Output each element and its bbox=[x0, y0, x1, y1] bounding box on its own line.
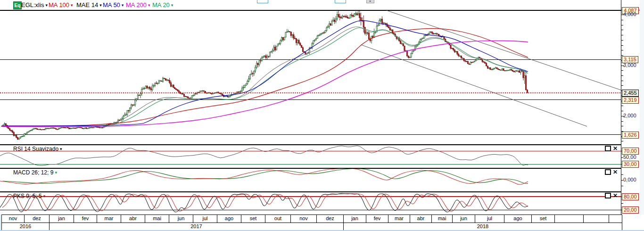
month-cell-set: set bbox=[241, 215, 265, 223]
month-cell-jul: jul bbox=[475, 215, 504, 223]
axis-tick bbox=[621, 203, 623, 204]
maximize-icon[interactable] bbox=[605, 146, 611, 151]
month-cell-abr: abr bbox=[121, 215, 145, 223]
panel-separator bbox=[0, 144, 621, 145]
axis-tick bbox=[621, 174, 623, 175]
year-cell-2016: 2016 bbox=[1, 223, 50, 230]
month-cell-jan: jan bbox=[344, 215, 366, 223]
rsi-indicator-selector[interactable]: RSI 14 Suavizado▾ bbox=[13, 146, 62, 152]
axis-tick-label: 0,000 bbox=[623, 177, 636, 183]
axis-tick bbox=[621, 111, 623, 111]
chevron-down-icon: ▾ bbox=[43, 194, 46, 198]
month-cell-jul: jul bbox=[193, 215, 217, 223]
month-cell-mar: mar bbox=[97, 215, 121, 223]
month-cell-fev: fev bbox=[366, 215, 388, 223]
pks-indicator-selector[interactable]: PKS 9; 5; 5▾ bbox=[13, 193, 45, 199]
month-cell-set: set bbox=[532, 215, 555, 223]
chevron-down-icon: ▾ bbox=[99, 3, 102, 8]
axis-tick bbox=[621, 35, 623, 35]
indicator-label: MA 20 bbox=[152, 1, 170, 8]
axis-tick bbox=[621, 70, 623, 71]
axis-tick bbox=[621, 85, 623, 86]
toolbar-field-partial[interactable] bbox=[257, 0, 268, 3]
macd-indicator-selector[interactable]: MACD 26; 12; 9▾ bbox=[13, 169, 57, 176]
indicator-label: MA 100 bbox=[49, 1, 69, 8]
year-cell-2017: 2017 bbox=[50, 223, 344, 230]
level-label: 1,626 bbox=[622, 132, 639, 139]
chevron-down-icon: ▾ bbox=[122, 3, 124, 8]
axis-tick bbox=[621, 45, 623, 46]
axis-tick bbox=[621, 40, 623, 41]
chevron-down-icon: ▾ bbox=[71, 3, 73, 8]
chevron-down-icon: ▾ bbox=[60, 147, 62, 151]
axis-tick bbox=[621, 25, 623, 25]
chevron-down-icon: ▾ bbox=[171, 3, 173, 8]
equity-type-icon: Eq bbox=[13, 1, 22, 9]
month-cell-empty bbox=[609, 215, 622, 223]
month-cell-dez: dez bbox=[317, 215, 344, 223]
month-cell-mar: mar bbox=[388, 215, 410, 223]
axis-tick bbox=[621, 50, 623, 50]
price-axis-line bbox=[621, 0, 621, 214]
window-left-edge bbox=[0, 214, 0, 230]
macd-panel-buttons: ✕ bbox=[605, 169, 619, 174]
pks-panel-buttons: ✕ bbox=[605, 193, 619, 198]
charting-app-window: { "toolbar": { "symbol_badge": "Eq", "sy… bbox=[0, 0, 644, 231]
chevron-down-icon: ▾ bbox=[45, 3, 48, 8]
month-cell-fev: fev bbox=[74, 215, 97, 223]
toolbar-field-partial[interactable] bbox=[335, 0, 346, 3]
legend-item-ma-200[interactable]: MA 200▾ bbox=[126, 1, 150, 9]
axis-tick bbox=[621, 186, 623, 186]
axis-tick bbox=[621, 121, 623, 122]
month-cell-empty bbox=[555, 215, 584, 223]
indicator-label: MA 200 bbox=[126, 1, 147, 8]
rsi-panel-buttons: ✕ bbox=[605, 146, 619, 151]
level-label: 2,319 bbox=[622, 97, 639, 104]
indicator-label: MA 50 bbox=[103, 1, 120, 8]
legend-item-ma-20[interactable]: MA 20▾ bbox=[152, 1, 173, 9]
legend-item-ma-50[interactable]: MA 50▾ bbox=[103, 1, 124, 9]
indicator-label: MAE 14 bbox=[76, 1, 98, 8]
month-cell-ago: ago bbox=[217, 215, 241, 223]
month-cell-dez: dez bbox=[25, 215, 50, 223]
axis-tick bbox=[621, 20, 623, 20]
axis-tick-label: 2,000 bbox=[623, 113, 636, 119]
axis-tick bbox=[621, 75, 623, 76]
pks-panel-chart[interactable] bbox=[0, 192, 621, 214]
maximize-icon[interactable] bbox=[605, 193, 611, 198]
symbol-label: EGL:xlis bbox=[21, 1, 44, 8]
axis-tick-label: 3,000 bbox=[623, 62, 636, 68]
chevron-down-icon: ▾ bbox=[55, 170, 57, 175]
legend-item-ma-100[interactable]: MA 100▾ bbox=[49, 1, 73, 9]
month-cell-ago: ago bbox=[504, 215, 532, 223]
month-cell-mai: mai bbox=[145, 215, 169, 223]
pks-title: PKS 9; 5; 5 bbox=[13, 193, 42, 199]
close-icon[interactable]: ✕ bbox=[613, 146, 618, 151]
legend-item-mae-14[interactable]: MAE 14▾ bbox=[76, 1, 102, 9]
panel-separator bbox=[0, 168, 621, 169]
symbol-selector[interactable]: EGL:xlis▾ bbox=[21, 1, 48, 9]
maximize-icon[interactable] bbox=[605, 169, 611, 175]
panel-separator bbox=[0, 191, 621, 192]
level-label: 20,00 bbox=[622, 206, 639, 214]
level-label: 80,00 bbox=[622, 193, 639, 200]
rsi-panel-chart[interactable] bbox=[0, 145, 621, 168]
year-cell-2018: 2018 bbox=[344, 223, 622, 230]
close-icon[interactable]: ✕ bbox=[613, 193, 618, 198]
right-gutter bbox=[640, 0, 644, 214]
toolbar-button-partial[interactable]: ▸ bbox=[366, 0, 374, 3]
month-cell-empty bbox=[584, 215, 609, 223]
month-cell-nov: nov bbox=[291, 215, 317, 223]
main-price-chart[interactable] bbox=[0, 10, 621, 144]
axis-tick bbox=[621, 141, 623, 141]
month-cell-mai: mai bbox=[432, 215, 453, 223]
axis-tick bbox=[621, 55, 623, 56]
macd-panel-chart[interactable] bbox=[0, 169, 621, 191]
month-cell-abr: abr bbox=[410, 215, 432, 223]
month-cell-jan: jan bbox=[50, 215, 74, 223]
month-cell-nov: nov bbox=[1, 215, 25, 223]
axis-tick bbox=[621, 106, 623, 106]
close-icon[interactable]: ✕ bbox=[613, 170, 618, 174]
chevron-down-icon: ▾ bbox=[148, 3, 150, 8]
axis-tick bbox=[621, 30, 623, 30]
